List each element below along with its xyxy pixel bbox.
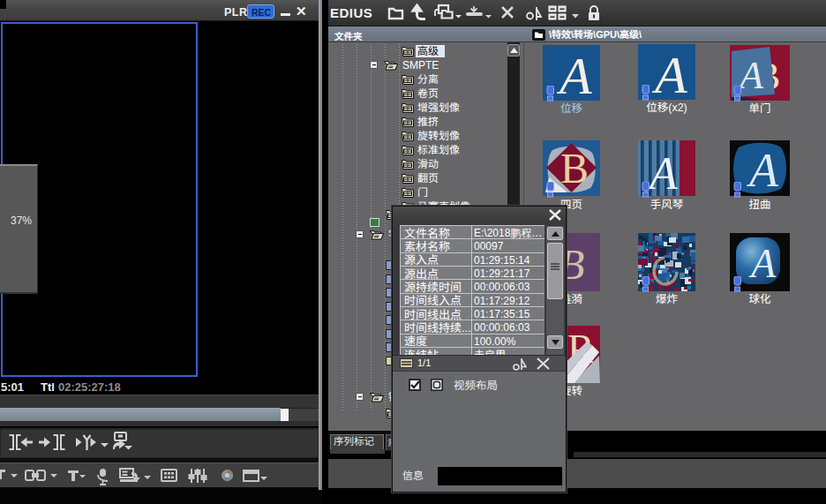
svg-text:B: B — [560, 145, 589, 192]
svg-text:A: A — [556, 47, 592, 101]
svg-text:A: A — [647, 148, 678, 197]
svg-text:A: A — [748, 241, 777, 286]
svg-text:A: A — [747, 144, 779, 197]
svg-text:A: A — [651, 46, 687, 100]
